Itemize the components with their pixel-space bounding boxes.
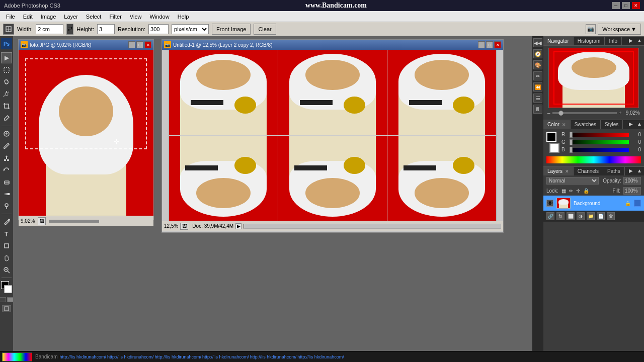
front-image-button[interactable]: Front Image xyxy=(212,24,251,35)
menu-layer[interactable]: Layer xyxy=(60,13,82,21)
color-icon[interactable]: 🎨 xyxy=(533,60,542,69)
lasso-tool[interactable] xyxy=(1,76,12,87)
foto-scrollbar[interactable] xyxy=(49,220,99,223)
lock-move-icon[interactable]: ✛ xyxy=(576,188,580,194)
untitled-hscrollbar[interactable] xyxy=(244,224,501,229)
channels-tab[interactable]: Channels xyxy=(574,167,603,175)
shape-tool[interactable] xyxy=(1,240,12,251)
info-tab[interactable]: Info xyxy=(605,37,622,45)
url-1[interactable]: http://lis hkdirunahcom/ xyxy=(59,354,106,359)
zoom-slider-thumb[interactable] xyxy=(558,111,564,116)
clear-button[interactable]: Clear xyxy=(254,24,276,35)
zoom-tool[interactable] xyxy=(1,264,12,276)
layers-collapse-icon[interactable]: ▲ xyxy=(635,167,644,175)
background-swatch[interactable] xyxy=(549,143,559,153)
foto-preview-toggle[interactable]: 🖼 xyxy=(38,217,46,225)
menu-help[interactable]: Help xyxy=(174,13,193,21)
opacity-input[interactable] xyxy=(623,177,641,185)
resolution-input[interactable] xyxy=(148,24,169,34)
foto-minimize-button[interactable]: ─ xyxy=(128,41,135,48)
fill-input[interactable] xyxy=(623,187,641,195)
foreground-swatch[interactable] xyxy=(546,132,556,142)
blue-slider-track[interactable] xyxy=(570,148,629,152)
doc-info-button[interactable]: ▶ xyxy=(235,223,242,229)
layers-tab[interactable]: Layers ✕ xyxy=(543,167,574,175)
layer-effects-button[interactable]: fx xyxy=(556,212,565,220)
new-group-button[interactable]: 📁 xyxy=(587,212,595,220)
lock-all-icon[interactable]: 🔒 xyxy=(583,188,589,194)
close-button[interactable]: ✕ xyxy=(632,2,640,9)
maximize-button[interactable]: □ xyxy=(622,2,630,9)
styles-tab[interactable]: Styles xyxy=(601,120,623,129)
background-color[interactable] xyxy=(4,285,12,293)
new-layer-button[interactable]: 📄 xyxy=(597,212,605,220)
color-tab-close[interactable]: ✕ xyxy=(562,122,566,127)
untitled-preview-toggle[interactable]: 🖼 xyxy=(180,223,188,230)
untitled-close-button[interactable]: ✕ xyxy=(494,41,501,48)
zoom-out-icon[interactable]: – xyxy=(547,110,550,116)
spot-healing-tool[interactable] xyxy=(1,128,12,139)
lock-brush-icon[interactable]: ✏ xyxy=(569,188,573,194)
fg-bg-color-selector[interactable] xyxy=(1,281,12,294)
resolution-unit-select[interactable]: pixels/cm pixels/inch xyxy=(172,24,209,34)
screen-mode-button[interactable] xyxy=(2,305,11,312)
untitled-maximize-button[interactable]: □ xyxy=(486,41,493,48)
url-2[interactable]: http://lis hkdirunahcom/ xyxy=(107,354,154,359)
hand-tool[interactable] xyxy=(1,252,12,263)
blue-slider-thumb[interactable] xyxy=(570,147,573,153)
panel-options-icon[interactable]: ▶ xyxy=(627,37,635,45)
layer-mask-button[interactable]: ⬜ xyxy=(567,212,575,220)
red-slider-thumb[interactable] xyxy=(570,132,573,138)
background-layer-item[interactable]: 👁 Background 🔒 xyxy=(543,196,644,211)
untitled-minimize-button[interactable]: ─ xyxy=(478,41,485,48)
zoom-slider[interactable] xyxy=(552,112,617,114)
layers-options-icon[interactable]: ▶ xyxy=(627,167,635,175)
new-adjustment-layer-button[interactable]: ◑ xyxy=(577,212,585,220)
layers-tab-close[interactable]: ✕ xyxy=(565,169,569,174)
menu-window[interactable]: Window xyxy=(146,13,174,21)
channels-icon[interactable]: 🎚 xyxy=(533,105,542,114)
menu-file[interactable]: File xyxy=(2,13,19,21)
marquee-tool[interactable] xyxy=(1,64,12,75)
gradient-tool[interactable] xyxy=(1,189,12,200)
dodge-tool[interactable] xyxy=(1,201,12,212)
taskbar-preview-button[interactable] xyxy=(2,352,32,361)
menu-edit[interactable]: Edit xyxy=(19,13,37,21)
zoom-in-icon[interactable]: + xyxy=(619,110,622,116)
swatches-tab[interactable]: Swatches xyxy=(571,120,601,129)
move-tool[interactable]: ▶ xyxy=(1,52,12,63)
untitled-left-scrollbar[interactable] xyxy=(162,50,169,221)
brush-settings-icon[interactable]: ✏ xyxy=(533,71,542,80)
width-input[interactable] xyxy=(36,24,63,34)
url-6[interactable]: http://lis hkdirunahcom/ xyxy=(297,354,344,359)
foto-close-button[interactable]: ✕ xyxy=(144,41,151,48)
menu-select[interactable]: Select xyxy=(82,13,106,21)
crop-tool[interactable] xyxy=(1,101,12,112)
navigator-tab[interactable]: Navigator xyxy=(543,37,574,45)
height-input[interactable] xyxy=(97,24,115,34)
eyedropper-tool[interactable] xyxy=(1,113,12,124)
standard-mode-button[interactable] xyxy=(0,297,6,302)
color-collapse-icon[interactable]: ▲ xyxy=(635,120,644,129)
magic-wand-tool[interactable] xyxy=(1,88,12,100)
red-slider-track[interactable] xyxy=(570,133,629,137)
camera-icon[interactable]: 📷 xyxy=(586,24,596,34)
lock-transparent-icon[interactable]: ▦ xyxy=(561,188,566,194)
navigator-icon[interactable]: 🧭 xyxy=(533,49,542,58)
panel-expand-button[interactable]: ◀◀ xyxy=(533,38,542,47)
color-tab[interactable]: Color ✕ xyxy=(543,120,571,129)
link-layers-button[interactable]: 🔗 xyxy=(546,212,554,220)
history-brush-tool[interactable] xyxy=(1,164,12,175)
text-tool[interactable]: T xyxy=(1,228,12,239)
menu-image[interactable]: Image xyxy=(37,13,60,21)
swap-icon[interactable]: ⇄ xyxy=(66,24,73,35)
color-spectrum-bar[interactable] xyxy=(546,156,641,163)
minimize-button[interactable]: ─ xyxy=(612,2,620,9)
paths-tab[interactable]: Paths xyxy=(603,167,625,175)
url-5[interactable]: http://lis hkdirunahcom/ xyxy=(250,354,297,359)
eraser-tool[interactable] xyxy=(1,176,12,188)
layers-icon[interactable]: ☰ xyxy=(533,94,542,103)
menu-view[interactable]: View xyxy=(126,13,146,21)
blend-mode-select[interactable]: Normal Multiply Screen xyxy=(546,177,599,185)
url-3[interactable]: http://lis hkdirunahcom/ xyxy=(155,354,202,359)
